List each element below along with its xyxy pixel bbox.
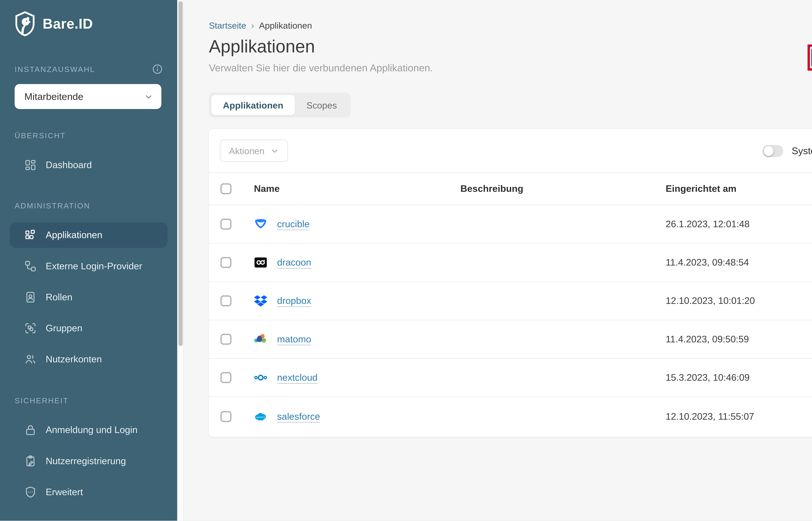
row-checkbox[interactable] [221,219,232,230]
applications-card: Aktionen Systemapplikationen anzeigen Na… [209,129,812,437]
sidebar-item-label: Rollen [46,292,72,303]
row-checkbox[interactable] [221,295,232,307]
sidebar-item-anmeldung-und-login[interactable]: Anmeldung und Login [10,417,167,443]
app-link[interactable]: matomo [277,334,311,345]
sidebar-item-label: Dashboard [46,160,92,171]
sidebar-item-label: Externe Login-Provider [46,260,142,272]
breadcrumb-home-link[interactable]: Startseite [209,20,246,30]
row-checkbox[interactable] [221,257,232,268]
app-link[interactable]: salesforce [277,411,320,422]
table-row: salesforce salesforce 12.10.2023, 11:55:… [209,397,812,435]
connect-application-button[interactable]: + Applikation verbinden [811,48,812,67]
page-title: Applikationen [209,37,315,57]
info-icon[interactable] [152,64,163,74]
nextcloud-icon [254,371,268,384]
clipboard-pen-icon [24,455,37,467]
users-icon [24,353,37,365]
breadcrumb-current: Applikationen [259,20,312,30]
section-sicherheit: SICHERHEIT [15,397,69,405]
sidebar-item-label: Anmeldung und Login [46,425,138,435]
sidebar-item-erweitert[interactable]: Erweitert [10,479,167,505]
section-administration: ADMINISTRATION [15,202,90,210]
instance-select-value: Mitarbeitende [24,91,84,102]
applications-table: Name Beschreibung Eingerichtet am Status… [209,173,812,437]
column-header-beschreibung: Beschreibung [460,183,666,195]
instance-label: INSTANZAUSWAHL [15,65,95,73]
system-apps-toggle[interactable] [763,145,783,157]
chevron-down-icon [144,92,153,101]
system-apps-toggle-label: Systemapplikationen anzeigen [792,145,812,157]
select-all-checkbox[interactable] [221,183,232,195]
section-uebersicht: ÜBERSICHT [15,132,66,140]
toggle-knob [764,146,773,156]
breadcrumb: Startseite › Applikationen [209,20,312,30]
lock-icon [24,424,37,436]
sidebar-item-rollen[interactable]: Rollen [10,285,167,310]
matomo-icon [254,333,268,346]
tab-bar: Applikationen Scopes [209,93,351,118]
sidebar-item-label: Gruppen [46,323,82,334]
sidebar-item-nutzerkonten[interactable]: Nutzerkonten [10,346,167,372]
group-scan-icon [24,322,37,334]
actions-dropdown-button[interactable]: Aktionen [220,139,288,162]
brand-logo[interactable]: Bare.ID [14,11,93,37]
table-header-row: Name Beschreibung Eingerichtet am Status [209,173,812,205]
row-checkbox[interactable] [221,411,232,422]
sidebar-item-label: Nutzerregistrierung [46,456,126,467]
app-link[interactable]: crucible [277,219,309,230]
sidebar-item-label: Erweitert [46,486,83,498]
card-toolbar: Aktionen Systemapplikationen anzeigen [209,129,812,173]
chevron-down-icon [271,146,279,155]
crucible-icon [254,218,268,231]
shield-icon [24,486,37,498]
row-checkbox[interactable] [221,334,232,345]
workflow-icon [24,260,37,272]
sidebar-item-nutzerregistrierung[interactable]: Nutzerregistrierung [10,448,167,474]
app-window: Bare.ID INSTANZAUSWAHL Mitarbeitende ÜBE… [0,0,812,521]
app-created: 12.10.2023, 10:01:20 [666,295,812,307]
app-created: 11.4.2023, 09:48:54 [666,257,812,268]
scrollbar-track[interactable] [177,0,184,521]
sidebar-item-gruppen[interactable]: Gruppen [10,316,167,341]
salesforce-icon: salesforce [254,410,268,423]
app-created: 11.4.2023, 09:50:59 [666,334,812,345]
app-link[interactable]: dracoon [277,257,311,268]
column-header-name: Name [244,183,460,195]
sidebar-item-dashboard[interactable]: Dashboard [10,152,167,178]
app-link[interactable]: dropbox [277,295,311,307]
app-created: 26.1.2023, 12:01:48 [666,219,812,230]
tab-applikationen[interactable]: Applikationen [211,95,295,115]
sidebar-item-label: Nutzerkonten [46,354,102,365]
tab-scopes[interactable]: Scopes [295,95,349,115]
app-created: 15.3.2023, 10:46:09 [666,372,812,383]
row-checkbox[interactable] [221,372,232,383]
table-row: nextcloud 15.3.2023, 10:46:09 Aktiviert [209,359,812,397]
dropbox-icon [254,294,268,308]
sidebar-item-applikationen[interactable]: Applikationen [10,222,167,248]
bareid-bear-shield-icon [14,11,37,37]
sidebar: Bare.ID INSTANZAUSWAHL Mitarbeitende ÜBE… [0,0,177,521]
main-content: Startseite › Applikationen Applikationen… [185,0,812,521]
id-card-icon [24,291,37,303]
sidebar-item-externe-login-provider[interactable]: Externe Login-Provider [10,253,167,279]
svg-text:salesforce: salesforce [256,416,265,418]
applications-icon [24,229,37,241]
app-link[interactable]: nextcloud [277,372,318,383]
table-row: dropbox 12.10.2023, 10:01:20 Aktiviert [209,282,812,320]
scrollbar-thumb[interactable] [179,1,183,346]
table-row: matomo 11.4.2023, 09:50:59 Aktiviert [209,320,812,359]
table-row: crucible 26.1.2023, 12:01:48 Aktiviert [209,205,812,244]
breadcrumb-separator: › [251,20,254,30]
app-created: 12.10.2023, 11:55:07 [666,411,812,422]
column-header-eingerichtet-am: Eingerichtet am [666,183,812,195]
page-subtitle: Verwalten Sie hier die verbundenen Appli… [209,62,433,74]
table-row: dracoon 11.4.2023, 09:48:54 Aktiviert [209,244,812,282]
dracoon-icon [254,256,268,269]
instance-select[interactable]: Mitarbeitende [15,84,161,109]
sidebar-item-label: Applikationen [46,230,102,241]
actions-label: Aktionen [229,145,264,156]
dashboard-icon [24,159,37,171]
brand-name: Bare.ID [43,16,93,32]
annotation-red-box: + Applikation verbinden [808,45,812,71]
